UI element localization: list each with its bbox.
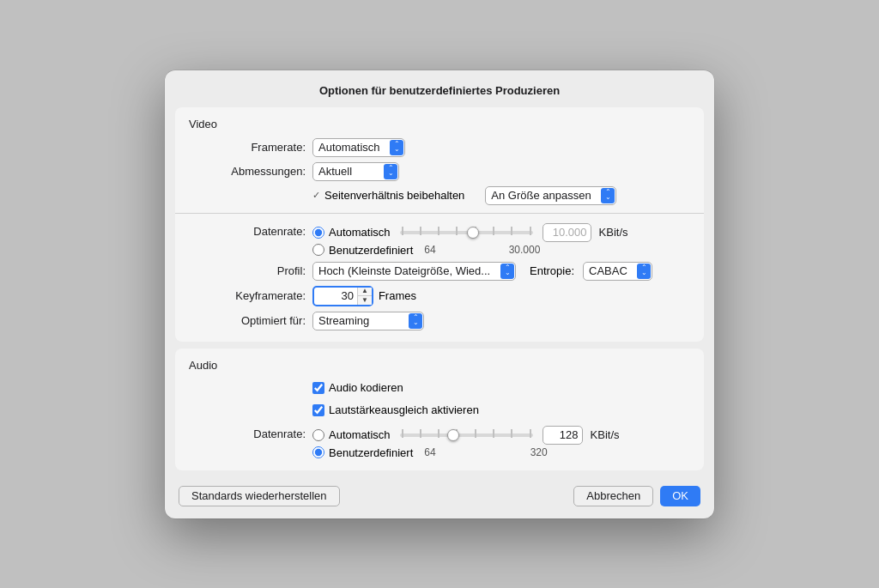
audio-datarate-row: Datenrate: Automatisch (175, 421, 704, 462)
audio-section: Audio Audio kodieren Lautstärkeausgleich… (175, 349, 704, 470)
optimize-select[interactable]: Streaming Download CD/DVD (312, 312, 424, 330)
cancel-button[interactable]: Abbrechen (573, 486, 653, 506)
video-datarate-auto-radio[interactable] (312, 227, 324, 239)
entropy-select[interactable]: CABAC CAVLC (583, 262, 652, 281)
aspect-ratio-row: ✓ Seitenverhältnis beibehalten An Größe … (175, 184, 704, 208)
video-slider-thumb[interactable] (467, 227, 479, 239)
video-datarate-auto-row: Automatisch (312, 223, 628, 242)
keyframerate-up-button[interactable]: ▲ (358, 288, 372, 297)
optimize-label: Optimiert für: (192, 314, 312, 327)
restore-defaults-button[interactable]: Standards wiederherstellen (179, 486, 340, 506)
tick4 (456, 227, 458, 235)
audio-datarate-min: 64 (424, 446, 435, 458)
aspect-ratio-control: ✓ Seitenverhältnis beibehalten An Größe … (312, 186, 687, 205)
loudness-checkbox[interactable] (312, 404, 324, 416)
keyframerate-label: Keyframerate: (192, 289, 312, 302)
aspect-ratio-checkbox-label: Seitenverhältnis beibehalten (324, 189, 464, 202)
video-datarate-slider-auto (400, 231, 533, 234)
atick8 (530, 429, 531, 438)
video-datarate-max: 30.000 (509, 244, 541, 256)
audio-encode-label[interactable]: Audio kodieren (312, 381, 403, 394)
audio-encode-text: Audio kodieren (329, 381, 403, 394)
optimize-control: Streaming Download CD/DVD (312, 312, 687, 330)
audio-encode-checkbox[interactable] (312, 382, 324, 394)
video-datarate-label: Datenrate: (192, 223, 312, 238)
video-divider-1 (175, 213, 704, 214)
profile-control: Hoch (Kleinste Dateigröße, Wied... Hoch … (312, 262, 687, 281)
loudness-text: Lautstärkeausgleich aktivieren (329, 403, 479, 416)
framerate-select-wrapper[interactable]: Automatisch 24 25 30 50 60 (312, 138, 405, 157)
dialog-footer: Standards wiederherstellen Abbrechen OK (165, 477, 714, 518)
ok-button[interactable]: OK (660, 486, 700, 506)
tick1 (402, 227, 403, 235)
keyframerate-down-button[interactable]: ▼ (358, 296, 372, 305)
atick7 (511, 429, 512, 438)
checkmark-icon: ✓ (312, 190, 320, 201)
audio-datarate-label: Datenrate: (192, 426, 312, 440)
framerate-row: Framerate: Automatisch 24 25 30 50 60 (175, 136, 704, 160)
atick2 (420, 429, 421, 438)
atick3 (438, 429, 440, 438)
audio-datarate-custom-radio[interactable] (312, 446, 324, 458)
dimensions-select-wrapper[interactable]: Aktuell 1920x1080 1280x720 854x480 (312, 162, 399, 181)
audio-datarate-slider-auto (400, 433, 533, 437)
video-kbit-input[interactable] (543, 224, 591, 241)
audio-datarate-auto-row: Automatisch (312, 426, 620, 445)
video-datarate-min: 64 (424, 244, 435, 256)
audio-datarate-control: Automatisch (312, 426, 687, 459)
profile-label: Profil: (192, 264, 312, 277)
audio-slider-thumb[interactable] (447, 429, 459, 441)
dimensions-row: Abmessungen: Aktuell 1920x1080 1280x720 … (175, 160, 704, 184)
audio-datarate-auto-label: Automatisch (329, 428, 391, 441)
framerate-control: Automatisch 24 25 30 50 60 (312, 138, 687, 157)
profile-row: Profil: Hoch (Kleinste Dateigröße, Wied.… (175, 259, 704, 283)
audio-kbit-input-wrapper[interactable] (543, 426, 583, 445)
dialog: Optionen für benutzerdefiniertes Produzi… (165, 70, 714, 518)
loudness-label[interactable]: Lautstärkeausgleich aktivieren (312, 403, 479, 416)
video-datarate-unit-auto: KBit/s (599, 226, 628, 239)
atick1 (402, 429, 403, 438)
tick6 (493, 227, 494, 235)
dimensions-select[interactable]: Aktuell 1920x1080 1280x720 854x480 (312, 162, 399, 181)
video-datarate-custom-radio[interactable] (312, 244, 324, 256)
video-datarate-control: Automatisch (312, 223, 687, 257)
loudness-row: Lautstärkeausgleich aktivieren (175, 399, 704, 421)
keyframerate-row: Keyframerate: ▲ ▼ Frames (175, 283, 704, 309)
aspect-ratio-select-wrapper[interactable]: An Größe anpassen Letterbox Zuschneiden (485, 186, 616, 205)
audio-datarate-unit: KBit/s (591, 428, 620, 441)
keyframerate-stepper: ▲ ▼ (357, 288, 372, 305)
tick2 (420, 227, 421, 235)
profile-select[interactable]: Hoch (Kleinste Dateigröße, Wied... Hoch … (312, 262, 516, 281)
video-section: Video Framerate: Automatisch 24 25 30 50… (175, 107, 704, 342)
video-datarate-auto-label: Automatisch (329, 226, 391, 239)
keyframerate-input[interactable] (314, 288, 357, 305)
video-datarate-custom-row: Benutzerdefiniert 64 30.000 (312, 244, 540, 257)
aspect-ratio-select[interactable]: An Größe anpassen Letterbox Zuschneiden (485, 186, 616, 205)
audio-encode-row: Audio kodieren (175, 377, 704, 399)
audio-kbit-input[interactable] (543, 427, 582, 444)
video-slider-track (400, 231, 533, 234)
video-datarate-custom-label: Benutzerdefiniert (329, 244, 413, 257)
framerate-label: Framerate: (192, 141, 312, 154)
video-kbit-input-wrapper[interactable] (543, 223, 591, 242)
profile-select-wrapper[interactable]: Hoch (Kleinste Dateigröße, Wied... Hoch … (312, 262, 516, 281)
audio-datarate-max: 320 (530, 446, 548, 458)
optimize-row: Optimiert für: Streaming Download CD/DVD (175, 309, 704, 333)
entropy-label: Entropie: (530, 264, 574, 277)
footer-right-buttons: Abbrechen OK (573, 486, 700, 506)
tick7 (511, 227, 512, 235)
atick5 (475, 429, 476, 438)
entropy-select-wrapper[interactable]: CABAC CAVLC (583, 262, 652, 281)
aspect-checkbox-row: ✓ Seitenverhältnis beibehalten (312, 189, 464, 202)
video-section-label: Video (175, 116, 704, 136)
framerate-select[interactable]: Automatisch 24 25 30 50 60 (312, 138, 405, 157)
atick6 (493, 429, 494, 438)
dimensions-label: Abmessungen: (192, 165, 312, 178)
audio-datarate-auto-radio[interactable] (312, 429, 324, 441)
tick8 (530, 227, 531, 235)
audio-section-label: Audio (175, 357, 704, 377)
tick3 (438, 227, 440, 235)
optimize-select-wrapper[interactable]: Streaming Download CD/DVD (312, 312, 424, 330)
audio-datarate-custom-label: Benutzerdefiniert (329, 446, 413, 459)
keyframerate-input-wrapper[interactable]: ▲ ▼ (312, 286, 373, 306)
